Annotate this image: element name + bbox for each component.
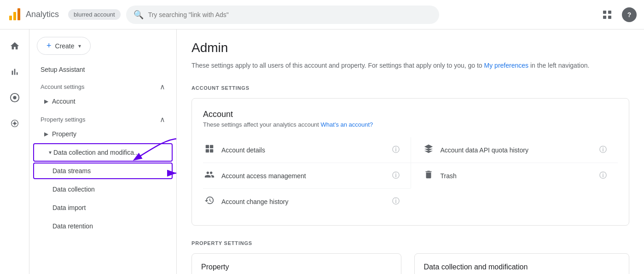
nav-home-icon[interactable] bbox=[4, 35, 26, 57]
account-chip-text: blurred account bbox=[74, 11, 115, 18]
property-settings-section-label: PROPERTY SETTINGS bbox=[191, 237, 629, 246]
account-chip[interactable]: blurred account bbox=[68, 9, 121, 20]
main-content: Admin These settings apply to all users … bbox=[177, 29, 644, 274]
account-settings-label: Account settings bbox=[41, 83, 84, 90]
account-history-item[interactable]: Account change history ⓘ bbox=[203, 189, 411, 214]
api-quota-help-icon[interactable]: ⓘ bbox=[599, 145, 607, 155]
property-settings-label: Property settings bbox=[41, 116, 86, 123]
account-details-label: Account details bbox=[221, 146, 387, 154]
svg-rect-15 bbox=[210, 149, 213, 152]
property-settings-chevron: ∧ bbox=[160, 115, 165, 124]
logo-area: Analytics bbox=[7, 7, 59, 22]
whats-account-link[interactable]: What's an account? bbox=[321, 121, 373, 128]
property-card-title: Property bbox=[201, 263, 392, 271]
apps-grid-icon[interactable] bbox=[600, 7, 615, 22]
sidebar-item-account[interactable]: ▶ Account bbox=[29, 93, 176, 110]
sidebar-item-data-collection-sub[interactable]: Data collection bbox=[29, 180, 176, 198]
create-button[interactable]: + Create ▾ bbox=[37, 37, 91, 55]
svg-rect-13 bbox=[206, 149, 209, 152]
sidebar: + Create ▾ Setup Assistant Account setti… bbox=[29, 29, 177, 274]
svg-rect-0 bbox=[9, 16, 12, 20]
page-desc-before: These settings apply to all users of thi… bbox=[191, 62, 482, 69]
search-bar[interactable]: 🔍 bbox=[126, 6, 439, 24]
account-details-item[interactable]: Account details ⓘ bbox=[203, 137, 411, 163]
data-collection-modification-title: Data collection and modification bbox=[424, 263, 620, 271]
svg-point-8 bbox=[13, 96, 16, 99]
purple-arrow-1 bbox=[126, 134, 177, 171]
account-card: Account These settings affect your analy… bbox=[191, 98, 629, 226]
arrow-right-icon: ▶ bbox=[44, 98, 48, 105]
svg-rect-14 bbox=[210, 145, 213, 148]
topbar-right: ? bbox=[600, 7, 637, 22]
account-settings-right-col: Account data API quota history ⓘ Trash ⓘ bbox=[411, 137, 618, 214]
app-name: Analytics bbox=[26, 10, 59, 19]
account-settings-left-col: Account details ⓘ Account access managem… bbox=[203, 137, 411, 214]
account-item-label: Account bbox=[52, 98, 75, 105]
help-icon[interactable]: ? bbox=[622, 7, 637, 22]
account-access-item[interactable]: Account access management ⓘ bbox=[203, 163, 411, 189]
trash-label: Trash bbox=[441, 172, 594, 180]
nav-reports-icon[interactable] bbox=[4, 61, 26, 83]
account-settings-section[interactable]: Account settings ∧ bbox=[29, 77, 176, 93]
property-item-label: Property bbox=[52, 130, 76, 138]
svg-rect-4 bbox=[608, 11, 611, 14]
data-collection-modification-card: Data collection and modification bbox=[414, 253, 630, 274]
api-quota-label: Account data API quota history bbox=[441, 146, 594, 154]
account-settings-chevron: ∧ bbox=[160, 82, 165, 91]
create-label: Create bbox=[55, 42, 75, 50]
account-card-title: Account bbox=[203, 110, 618, 119]
property-settings-section[interactable]: Property settings ∧ bbox=[29, 110, 176, 126]
account-access-help-icon[interactable]: ⓘ bbox=[392, 171, 400, 181]
page-description: These settings apply to all users of thi… bbox=[191, 61, 629, 70]
account-access-icon bbox=[203, 169, 216, 182]
chevron-down-icon: ▾ bbox=[78, 43, 81, 49]
property-settings-grid: Property Data collection and modificatio… bbox=[191, 253, 629, 274]
svg-rect-6 bbox=[608, 16, 611, 19]
account-history-help-icon[interactable]: ⓘ bbox=[392, 197, 400, 206]
svg-rect-12 bbox=[206, 145, 209, 148]
svg-rect-1 bbox=[13, 12, 16, 20]
svg-rect-2 bbox=[17, 8, 20, 20]
search-icon: 🔍 bbox=[133, 10, 144, 20]
nav-explore-icon[interactable] bbox=[4, 87, 26, 109]
nav-advertising-icon[interactable] bbox=[4, 112, 26, 134]
trash-item[interactable]: Trash ⓘ bbox=[411, 163, 618, 188]
svg-rect-5 bbox=[603, 16, 606, 19]
purple-arrow-2 bbox=[167, 166, 177, 180]
account-settings-grid: Account details ⓘ Account access managem… bbox=[203, 137, 618, 214]
api-quota-icon bbox=[422, 144, 435, 156]
property-card: Property bbox=[191, 253, 401, 274]
account-history-icon bbox=[203, 195, 216, 208]
search-input[interactable] bbox=[148, 11, 432, 18]
trash-icon bbox=[422, 169, 435, 182]
api-quota-item[interactable]: Account data API quota history ⓘ bbox=[411, 137, 618, 163]
account-details-icon bbox=[203, 144, 216, 156]
arrow-down-icon: ▾ bbox=[49, 149, 52, 156]
plus-icon: + bbox=[46, 41, 52, 51]
account-card-desc: These settings affect your analytics acc… bbox=[203, 121, 618, 128]
topbar: Analytics blurred account 🔍 ? bbox=[0, 0, 644, 29]
main-layout: + Create ▾ Setup Assistant Account setti… bbox=[0, 29, 644, 274]
analytics-logo bbox=[7, 7, 22, 22]
setup-assistant-link[interactable]: Setup Assistant bbox=[29, 62, 176, 77]
my-preferences-link[interactable]: My preferences bbox=[484, 62, 528, 69]
account-details-help-icon[interactable]: ⓘ bbox=[392, 145, 400, 155]
page-title: Admin bbox=[191, 41, 629, 55]
svg-rect-3 bbox=[603, 11, 606, 14]
svg-point-9 bbox=[13, 122, 16, 125]
arrow-right-icon-2: ▶ bbox=[44, 131, 48, 137]
left-nav-icons bbox=[0, 29, 29, 274]
account-access-label: Account access management bbox=[221, 172, 387, 180]
account-desc-before: These settings affect your analytics acc… bbox=[203, 121, 319, 128]
trash-help-icon[interactable]: ⓘ bbox=[599, 171, 607, 181]
sidebar-item-data-retention[interactable]: Data retention bbox=[29, 217, 176, 235]
account-history-label: Account change history bbox=[221, 198, 387, 205]
account-settings-section-label: ACCOUNT SETTINGS bbox=[191, 82, 629, 91]
page-desc-after: in the left navigation. bbox=[530, 62, 589, 69]
sidebar-item-data-import[interactable]: Data import bbox=[29, 198, 176, 217]
